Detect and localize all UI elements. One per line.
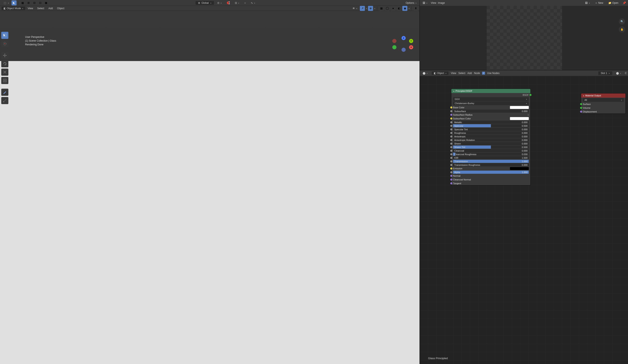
gizmo-toggle[interactable]: ↗ bbox=[360, 6, 365, 11]
base-color-swatch[interactable] bbox=[510, 106, 529, 109]
transform-tool[interactable] bbox=[1, 77, 8, 84]
cursor-tool[interactable] bbox=[1, 40, 8, 47]
menu-object[interactable]: Object bbox=[55, 6, 67, 10]
options-menu[interactable]: Options bbox=[404, 1, 418, 5]
socket-base-color[interactable] bbox=[450, 106, 452, 109]
3d-viewport[interactable]: User Perspective (1) Scene Collection | … bbox=[0, 11, 419, 364]
material-output-node[interactable]: Material Output All Surface Volume Displ… bbox=[581, 93, 626, 114]
axis-neg-x[interactable] bbox=[392, 45, 396, 49]
render-pause[interactable]: ⏸ bbox=[413, 6, 418, 11]
pin-icon[interactable]: 📌 bbox=[622, 0, 627, 5]
select-intersect-icon[interactable]: ▣ bbox=[44, 0, 49, 5]
anisotropic-slider[interactable]: Anisotropic0.000 bbox=[451, 135, 531, 138]
axis-neg-z[interactable] bbox=[401, 48, 406, 52]
pan-icon[interactable]: ✋ bbox=[410, 73, 417, 79]
scale-tool[interactable] bbox=[1, 68, 8, 76]
img-pan-icon[interactable]: ✋ bbox=[619, 26, 625, 33]
axis-z[interactable]: Z bbox=[401, 36, 406, 40]
subsurface-color-row[interactable]: Subsurface Color bbox=[451, 117, 531, 121]
metallic-slider[interactable]: Metallic0.000 bbox=[451, 121, 531, 124]
img-open-button[interactable]: 📁 Open bbox=[607, 1, 620, 5]
select-box-tool[interactable] bbox=[1, 32, 8, 39]
tangent-row[interactable]: Tangent bbox=[451, 182, 531, 185]
overlay-toggle[interactable]: ⊕ bbox=[368, 6, 373, 11]
node-editor-type[interactable]: ⬤ bbox=[421, 71, 429, 75]
img-editor-type[interactable]: 🖼 bbox=[421, 1, 429, 5]
menu-add[interactable]: Add bbox=[46, 6, 55, 10]
xray-toggle[interactable]: ▦ bbox=[379, 6, 384, 11]
specular-tint-slider[interactable]: Specular Tint0.000 bbox=[451, 127, 531, 131]
visibility-selector[interactable]: 👁 bbox=[351, 6, 359, 10]
wireframe-shading[interactable]: ◯ bbox=[385, 6, 390, 11]
socket-bsdf-out[interactable] bbox=[529, 94, 532, 96]
axis-neg-y[interactable] bbox=[392, 39, 396, 43]
select-sub-icon[interactable]: ⊟ bbox=[32, 0, 37, 5]
sss-method-dropdown[interactable]: Christensen-Burley bbox=[453, 101, 529, 105]
subsurface-slider[interactable]: Subsurface0.000 bbox=[451, 109, 531, 113]
select-add-icon[interactable]: ⊞ bbox=[26, 0, 31, 5]
rotate-tool[interactable] bbox=[1, 60, 8, 67]
node-mode-selector[interactable]: ◧Object bbox=[431, 71, 449, 75]
clearcoat-normal-row[interactable]: Clearcoat Normal bbox=[451, 178, 531, 182]
clearcoat-roughness-slider[interactable]: Clearcoat Roughness0.030 bbox=[451, 152, 531, 156]
annotate-tool[interactable] bbox=[1, 89, 8, 96]
sheen-tint-slider[interactable]: Sheen Tint0.500 bbox=[451, 145, 531, 149]
base-color-row[interactable]: Base Color bbox=[451, 106, 531, 109]
img-new-button[interactable]: ＋ New bbox=[593, 1, 605, 5]
normal-row[interactable]: Normal bbox=[451, 174, 531, 178]
axis-x[interactable]: X bbox=[409, 45, 413, 49]
cursor-tool-icon[interactable] bbox=[11, 0, 16, 5]
falloff-selector[interactable]: ∿ bbox=[249, 1, 257, 5]
perspective-icon[interactable]: ▦ bbox=[410, 89, 417, 95]
use-nodes-checkbox[interactable] bbox=[482, 72, 485, 75]
subsurface-radius-row[interactable]: Subsurface Radius bbox=[451, 113, 531, 117]
move-tool[interactable] bbox=[1, 52, 8, 59]
image-canvas[interactable]: 🔍 ✋ bbox=[420, 6, 628, 70]
overlay-chev[interactable] bbox=[374, 7, 375, 10]
img-zoom-icon[interactable]: 🔍 bbox=[619, 18, 625, 25]
principled-bsdf-node[interactable]: Principled BSDF BSDF GGX Christensen-Bur… bbox=[451, 89, 531, 185]
roughness-slider[interactable]: Roughness0.000 bbox=[451, 131, 531, 135]
node-menu-view[interactable]: View bbox=[451, 72, 456, 75]
pivot-selector[interactable]: ⊙ bbox=[216, 1, 223, 5]
clearcoat-slider[interactable]: Clearcoat0.000 bbox=[451, 149, 531, 152]
select-xor-icon[interactable]: ⊡ bbox=[38, 0, 43, 5]
rendered-shading[interactable]: ◉ bbox=[402, 6, 407, 11]
img-menu-image[interactable]: Image bbox=[438, 1, 445, 4]
output-target-dropdown[interactable]: All bbox=[583, 98, 624, 102]
interaction-mode-selector[interactable]: ◧Object Mode bbox=[1, 6, 25, 10]
shading-chev[interactable] bbox=[408, 7, 410, 10]
select-box-icon[interactable]: ▦ bbox=[20, 0, 25, 5]
node-menu-node[interactable]: Node bbox=[474, 72, 480, 75]
node-menu-select[interactable]: Select bbox=[458, 72, 465, 75]
material-browse[interactable]: ⬤ bbox=[614, 71, 623, 75]
emission-row[interactable]: Emission bbox=[451, 167, 531, 170]
ior-slider[interactable]: IOR1.500 bbox=[451, 156, 531, 160]
snap-selector[interactable]: ⊡ bbox=[233, 1, 241, 5]
camera-icon[interactable]: 📷 bbox=[410, 81, 417, 87]
gizmo-chev[interactable] bbox=[366, 7, 367, 10]
transmission-slider[interactable]: Transmission1.000 bbox=[451, 160, 531, 163]
zoom-icon[interactable]: 🔍 bbox=[410, 65, 417, 71]
menu-select[interactable]: Select bbox=[35, 6, 46, 10]
img-linked-selector[interactable]: 🖼 bbox=[583, 1, 592, 5]
axis-y[interactable]: Y bbox=[409, 39, 413, 43]
distribution-dropdown[interactable]: GGX bbox=[453, 97, 529, 101]
img-menu-view[interactable]: View bbox=[431, 1, 436, 4]
alpha-slider[interactable]: Alpha1.000 bbox=[451, 170, 531, 174]
node-canvas[interactable]: Principled BSDF BSDF GGX Christensen-Bur… bbox=[420, 76, 628, 364]
node-menu-add[interactable]: Add bbox=[468, 72, 472, 75]
sheen-slider[interactable]: Sheen0.000 bbox=[451, 142, 531, 145]
matprev-shading[interactable]: ◐ bbox=[396, 6, 401, 11]
measure-tool[interactable] bbox=[1, 97, 8, 104]
menu-view[interactable]: View bbox=[25, 6, 35, 10]
transmission-roughness-slider[interactable]: Transmission Roughness0.000 bbox=[451, 163, 531, 167]
navigation-gizmo[interactable]: Z Y X bbox=[392, 36, 413, 53]
slot-selector[interactable]: Slot 1 bbox=[598, 71, 613, 75]
specular-slider[interactable]: Specular0.500 bbox=[451, 124, 531, 127]
proportional-toggle[interactable]: ○ bbox=[243, 1, 247, 5]
snap-toggle[interactable]: 🧲 bbox=[225, 1, 232, 5]
editor-type-selector[interactable]: ⬚ bbox=[1, 0, 11, 5]
transform-orientation[interactable]: ⊕Global bbox=[196, 1, 214, 5]
solid-shading[interactable]: ● bbox=[391, 6, 396, 11]
